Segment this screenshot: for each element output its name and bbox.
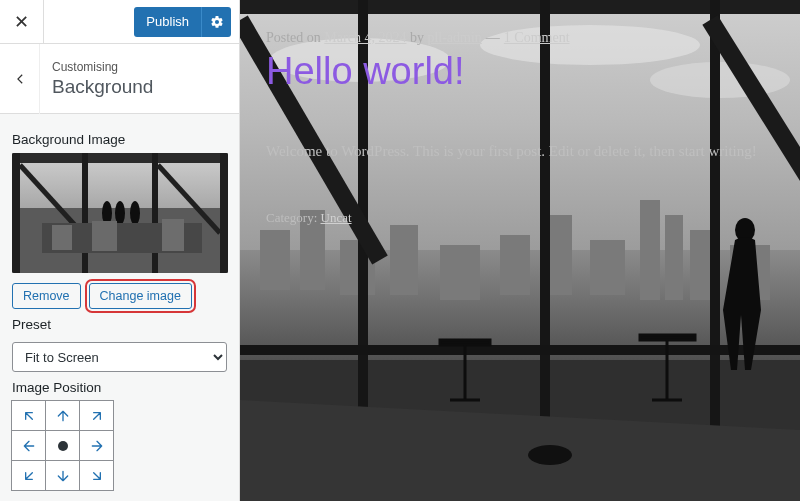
arrow-left-icon [21,438,37,454]
svg-rect-14 [92,221,117,251]
pos-bottom-left[interactable] [11,460,46,491]
position-grid [12,401,227,491]
change-image-button[interactable]: Change image [89,283,192,309]
publish-settings-button[interactable] [201,7,231,37]
bg-button-row: Remove Change image [12,283,227,309]
breadcrumb-small: Customising [52,60,153,74]
gear-icon [210,15,224,29]
arrow-up-right-icon [89,408,105,424]
breadcrumb: Customising Background [0,44,239,114]
close-icon: ✕ [14,11,29,33]
svg-rect-40 [240,345,800,355]
arrow-down-right-icon [89,468,105,484]
arrow-down-icon [55,468,71,484]
arrow-down-left-icon [21,468,37,484]
sidebar-topbar: ✕ Publish [0,0,239,44]
svg-rect-4 [82,153,88,273]
page-title: Background [52,76,153,98]
post-meta: Posted on March 4, 2024 by pll-admin—1 C… [266,30,774,46]
category-link[interactable]: Uncat [321,210,352,225]
svg-rect-46 [640,335,695,340]
meta-separator: — [486,30,500,45]
label-preset: Preset [12,317,227,332]
pos-bottom[interactable] [45,460,80,491]
svg-rect-15 [162,219,184,251]
pos-bottom-right[interactable] [79,460,114,491]
comments-link[interactable]: 1 Comment [504,30,570,45]
arrow-up-icon [55,408,71,424]
label-bg-image: Background Image [12,132,227,147]
posted-on-label: Posted on [266,30,324,45]
site-preview: Posted on March 4, 2024 by pll-admin—1 C… [240,0,800,501]
svg-rect-3 [12,153,20,273]
breadcrumb-texts: Customising Background [40,60,153,98]
pos-right[interactable] [79,430,114,461]
svg-rect-5 [152,153,158,273]
arrow-right-icon [89,438,105,454]
post-date-link[interactable]: March 4, 2024 [324,30,406,45]
category-label: Category: [266,210,321,225]
customizer-app: ✕ Publish Customising Background Backgro… [0,0,800,501]
back-button[interactable] [0,44,40,114]
post-content: Posted on March 4, 2024 by pll-admin—1 C… [240,0,800,256]
publish-button[interactable]: Publish [134,7,201,37]
svg-rect-13 [52,225,72,250]
post-title: Hello world! [266,50,774,93]
pos-top[interactable] [45,400,80,431]
svg-rect-6 [220,153,228,273]
close-button[interactable]: ✕ [0,0,44,44]
svg-rect-43 [440,340,490,345]
publish-group: Publish [134,7,239,37]
pos-top-left[interactable] [11,400,46,431]
remove-button[interactable]: Remove [12,283,81,309]
customizer-sidebar: ✕ Publish Customising Background Backgro… [0,0,240,501]
pos-left[interactable] [11,430,46,461]
svg-rect-2 [12,153,228,163]
svg-point-11 [130,201,140,225]
by-label: by [406,30,427,45]
arrow-up-left-icon [21,408,37,424]
chevron-left-icon [13,72,27,86]
thumbnail-image [12,153,228,273]
svg-point-49 [528,445,572,465]
post-categories: Category: Uncat [266,210,774,226]
label-position: Image Position [12,380,227,395]
post-body: Welcome to WordPress. This is your first… [266,143,774,160]
dot-icon [58,441,68,451]
preset-select[interactable]: Fit to Screen [12,342,227,372]
author-link[interactable]: pll-admin [427,30,481,45]
pos-center[interactable] [45,430,80,461]
panel-body: Background Image [0,114,239,491]
pos-top-right[interactable] [79,400,114,431]
bg-thumbnail[interactable] [12,153,228,273]
